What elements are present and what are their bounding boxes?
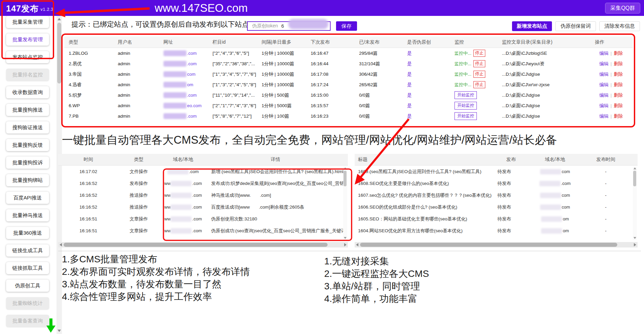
edit-link[interactable]: 编辑 [599, 113, 608, 119]
scroll-left-icon[interactable] [356, 243, 358, 246]
sidebar-item[interactable]: 搜狗验证推送 [6, 121, 49, 134]
add-site-button[interactable]: 新增发布站点 [512, 21, 552, 31]
sidebar-item[interactable]: 链接生成工具 [6, 244, 49, 257]
log-panel: 时间类型域名/本地详情 16:17:02 文件操作 .com 新增:(seo黑帽… [58, 154, 348, 241]
log-type: 文件操作 [118, 166, 159, 177]
edit-link[interactable]: 编辑 [599, 92, 608, 98]
sidebar-item[interactable]: 批量搜狗推送 [6, 104, 49, 116]
scroll-down-icon[interactable] [634, 237, 636, 239]
column-ids: ["11","10","9","14","... [208, 90, 257, 100]
scrollbar-thumb[interactable] [360, 243, 617, 247]
edit-link[interactable]: 编辑 [599, 103, 608, 109]
log-domain: ww.com [159, 225, 207, 237]
edit-link[interactable]: 编辑 [599, 82, 608, 88]
sidebar-item[interactable]: 批量排名监控 [6, 69, 49, 81]
delete-link[interactable]: 删除 [614, 61, 623, 67]
start-monitor-button[interactable]: 开始监控 [454, 112, 477, 120]
stop-monitor-button[interactable]: 停止 [473, 81, 485, 88]
site-url-link[interactable]: com [159, 69, 208, 79]
start-monitor-button[interactable]: 开始监控 [454, 102, 477, 110]
edit-link[interactable]: 编辑 [599, 50, 608, 56]
token-input[interactable]: 伪原创token 6 [247, 21, 331, 31]
sidebar-item-label: 批量360推送 [13, 230, 42, 236]
qq-group-button[interactable]: 采集QQ群 [605, 3, 640, 14]
scroll-up-icon[interactable] [344, 167, 347, 169]
sidebar-item-label: 批量采集管理 [13, 19, 43, 25]
stop-monitor-button[interactable]: 停止 [473, 60, 485, 67]
site-url-link[interactable]: .com [159, 90, 208, 100]
sidebar-item[interactable]: 批量搜狗投诉 [6, 157, 49, 169]
scrollbar-thumb[interactable] [343, 171, 347, 186]
domain-suffix: om [563, 228, 569, 233]
stop-monitor-button[interactable]: 停止 [473, 50, 485, 57]
binding-hint: 提示：已绑定站点，可设置伪原创后自动发布到以下站点 [71, 20, 249, 29]
delete-link[interactable]: 删除 [614, 113, 623, 119]
reserved-words-button[interactable]: 伪原创保留词 [555, 21, 596, 31]
scrollbar-thumb[interactable] [633, 171, 636, 186]
scrollbar-thumb[interactable] [57, 23, 61, 84]
domain-prefix: ww [164, 228, 171, 233]
clear-info-button[interactable]: 清除发布信息 [599, 21, 640, 31]
sidebar-item[interactable]: 收录数据查询 [6, 86, 49, 98]
sidebar-item[interactable]: 批量搜狗绑站 [6, 174, 49, 186]
sidebar-item-label: 发布站点监控 [13, 54, 43, 61]
delete-link[interactable]: 删除 [614, 71, 623, 77]
domain-suffix: com [562, 205, 570, 210]
stop-monitor-button[interactable]: 停止 [473, 71, 485, 78]
scroll-left-icon[interactable] [60, 243, 62, 246]
domain-suffix: .com [561, 181, 571, 186]
column-header: 间隔|单日最多 [257, 37, 306, 48]
sidebar-item[interactable]: 批量采集管理 [6, 16, 49, 28]
save-button[interactable]: 保存 [336, 21, 357, 31]
start-monitor-button[interactable]: 开始监控 [454, 91, 477, 99]
publish-time: - [582, 201, 629, 213]
site-url-link[interactable]: .com [159, 58, 208, 69]
log-panel-header: 时间类型域名/本地详情 [58, 154, 348, 166]
scroll-down-icon[interactable] [344, 237, 347, 239]
delete-link[interactable]: 删除 [614, 92, 623, 98]
site-url-link[interactable]: om [159, 79, 208, 90]
sidebar-item[interactable]: 百度API推送 [6, 192, 49, 204]
scrollbar-thumb[interactable] [64, 243, 328, 247]
interval-limit: 1分钟 | 500篇 [257, 90, 306, 100]
feature-item: 2.发布界面可实时观察发布详情，待发布详情 [62, 265, 250, 278]
sidebar-item[interactable]: 链接抓取工具 [6, 262, 49, 274]
scroll-down-icon[interactable] [58, 330, 61, 332]
sidebar-item[interactable]: 批量蜘蛛统计 [6, 297, 49, 309]
sidebar-item[interactable]: 批量搜狗反馈 [6, 139, 49, 151]
site-url-link[interactable]: .com [159, 48, 208, 58]
delete-link[interactable]: 删除 [614, 82, 623, 88]
domain-suffix: .com [187, 93, 197, 98]
table-row: 3.帝国 admin com ["1","3","4","5","7","6"]… [64, 69, 633, 79]
pseudo-original-flag: 是 [403, 100, 450, 111]
pending-horizontal-scrollbar[interactable] [355, 242, 638, 247]
edit-link[interactable]: 编辑 [599, 61, 608, 67]
sidebar-item[interactable]: 批量备案查询 [6, 315, 49, 327]
domain-prefix: ww [164, 193, 171, 198]
pending-panel-scrollbar[interactable] [633, 167, 637, 240]
delete-link[interactable]: 删除 [614, 50, 623, 56]
site-username: admin [113, 79, 159, 90]
edit-link[interactable]: 编辑 [599, 71, 608, 77]
scroll-right-icon[interactable] [344, 243, 347, 246]
sidebar-item[interactable]: 伪原创工具 [6, 280, 49, 292]
delete-link[interactable]: 删除 [614, 103, 623, 109]
scroll-up-icon[interactable] [634, 167, 636, 169]
table-actions: 新增发布站点 伪原创保留词 清除发布信息 [512, 21, 640, 31]
column-header: 发布时间 [582, 154, 629, 165]
log-horizontal-scrollbar[interactable] [58, 242, 348, 247]
domain-suffix: com [562, 193, 570, 198]
log-domain: ww.com [159, 213, 207, 225]
site-url-link[interactable]: eo.com [159, 100, 208, 111]
sidebar-item[interactable]: 批量360推送 [6, 227, 49, 239]
sidebar-item[interactable]: 批量神马推送 [6, 209, 49, 221]
article-title: 1606.SEO的优化组成部分是什么? (seo基本优化) [355, 201, 494, 213]
log-panel-scrollbar[interactable] [343, 167, 347, 240]
site-url-link[interactable]: .com [159, 111, 208, 121]
sidebar-item[interactable]: 批量发布管理 [6, 33, 49, 46]
scroll-right-icon[interactable] [634, 243, 636, 246]
sidebar-item[interactable]: 发布站点监控 [6, 51, 49, 63]
log-row: 16:16:52 推送操作 ww.com 神马推送成功[www. .com] [58, 189, 348, 201]
scroll-up-icon[interactable] [58, 18, 61, 20]
pending-domain: .com [528, 177, 582, 189]
